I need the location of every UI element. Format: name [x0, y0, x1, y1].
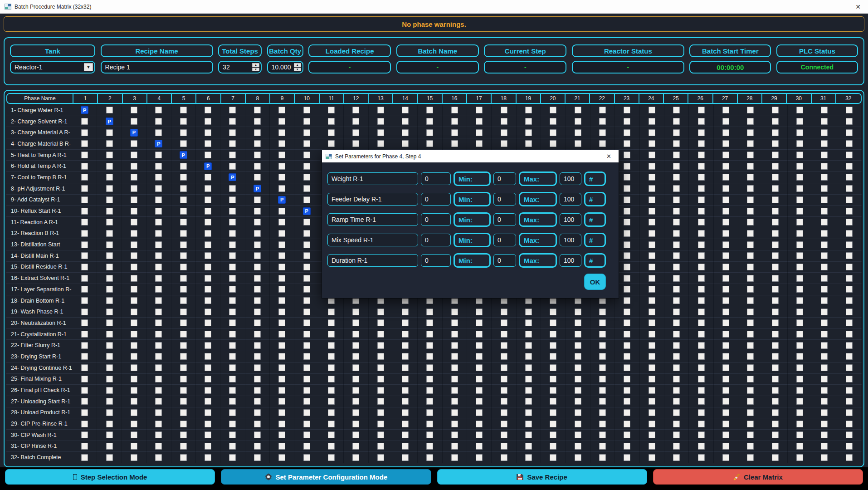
step-checkbox[interactable] [303, 376, 310, 382]
step-checkbox[interactable] [649, 342, 655, 349]
step-checkbox[interactable] [772, 163, 779, 170]
step-checkbox[interactable] [525, 309, 532, 315]
step-checkbox[interactable] [402, 342, 409, 349]
step-checkbox[interactable] [772, 353, 779, 360]
step-checkbox[interactable] [624, 230, 630, 237]
step-checkbox[interactable] [846, 230, 853, 237]
step-checkbox[interactable] [624, 152, 630, 158]
step-checkbox[interactable] [328, 454, 335, 461]
step-checkbox[interactable] [426, 309, 433, 315]
step-checkbox[interactable] [155, 230, 162, 237]
step-checkbox[interactable] [575, 297, 581, 304]
step-checkbox[interactable] [229, 275, 236, 282]
step-checkbox[interactable] [772, 107, 779, 113]
step-checkbox[interactable] [649, 286, 655, 293]
step-checkbox[interactable] [254, 174, 261, 181]
step-checkbox[interactable] [624, 376, 630, 382]
step-checkbox[interactable] [796, 252, 803, 259]
step-checkbox[interactable] [846, 342, 853, 349]
step-checkbox[interactable] [254, 364, 261, 371]
step-checkbox[interactable] [303, 431, 310, 438]
step-checkbox[interactable] [377, 421, 384, 427]
step-checkbox[interactable] [426, 118, 433, 125]
step-checkbox[interactable] [402, 376, 409, 382]
step-checkbox[interactable] [747, 297, 754, 304]
step-checkbox[interactable] [328, 421, 335, 427]
step-checkbox[interactable] [599, 409, 606, 416]
step-checkbox[interactable] [254, 297, 261, 304]
step-checkbox[interactable] [131, 364, 137, 371]
step-checkbox[interactable] [550, 319, 556, 326]
step-checkbox[interactable] [575, 387, 581, 394]
step-checkbox[interactable] [747, 364, 754, 371]
step-checkbox[interactable] [476, 342, 483, 349]
step-checkbox[interactable] [402, 309, 409, 315]
step-checkbox[interactable] [772, 252, 779, 259]
step-checkbox[interactable] [673, 431, 680, 438]
step-checkbox[interactable] [106, 219, 113, 225]
step-checkbox[interactable] [501, 376, 507, 382]
step-checkbox[interactable] [106, 364, 113, 371]
param-name-input[interactable]: Ramp Time R-1 [327, 213, 418, 226]
step-checkbox[interactable] [352, 454, 359, 461]
step-checkbox[interactable] [846, 107, 853, 113]
param-name-input[interactable]: Duration R-1 [327, 254, 418, 267]
step-checkbox[interactable] [476, 454, 483, 461]
step-checkbox[interactable] [229, 443, 236, 450]
step-checkbox[interactable] [846, 118, 853, 125]
step-checkbox[interactable] [525, 118, 532, 125]
step-checkbox[interactable] [81, 163, 88, 170]
step-checkbox[interactable] [796, 443, 803, 450]
step-checkbox[interactable] [131, 387, 137, 394]
step-checkbox[interactable] [303, 163, 310, 170]
step-checkbox[interactable] [747, 275, 754, 282]
step-checkbox[interactable] [747, 376, 754, 382]
step-checkbox[interactable] [254, 376, 261, 382]
step-checkbox[interactable] [476, 421, 483, 427]
step-checkbox[interactable] [131, 230, 137, 237]
step-checkbox[interactable] [254, 241, 261, 248]
step-checkbox[interactable] [254, 196, 261, 203]
step-checkbox[interactable] [180, 319, 187, 326]
step-checkbox[interactable] [550, 398, 556, 405]
step-checkbox[interactable] [599, 140, 606, 147]
step-checkbox[interactable] [698, 319, 705, 326]
step-checkbox[interactable] [303, 398, 310, 405]
step-checkbox[interactable] [599, 387, 606, 394]
step-checkbox[interactable] [821, 331, 828, 338]
step-checkbox[interactable] [155, 309, 162, 315]
step-checkbox[interactable] [377, 353, 384, 360]
step-checkbox[interactable] [180, 364, 187, 371]
step-checkbox[interactable] [722, 129, 729, 136]
param-value-input[interactable]: 0 [421, 213, 451, 226]
step-checkbox[interactable] [328, 443, 335, 450]
step-checkbox[interactable] [747, 353, 754, 360]
step-checkbox[interactable] [501, 431, 507, 438]
step-checkbox[interactable] [254, 387, 261, 394]
step-checkbox[interactable] [81, 353, 88, 360]
step-checkbox[interactable] [501, 387, 507, 394]
step-checkbox[interactable] [205, 309, 211, 315]
step-checkbox[interactable] [81, 185, 88, 192]
parameter-marker[interactable]: P [303, 207, 311, 215]
unit-button[interactable]: # [584, 212, 606, 227]
step-checkbox[interactable] [846, 454, 853, 461]
step-checkbox[interactable] [205, 208, 211, 215]
step-checkbox[interactable] [821, 342, 828, 349]
step-checkbox[interactable] [722, 174, 729, 181]
step-checkbox[interactable] [550, 118, 556, 125]
step-checkbox[interactable] [747, 107, 754, 113]
step-checkbox[interactable] [81, 454, 88, 461]
step-checkbox[interactable] [575, 376, 581, 382]
step-checkbox[interactable] [796, 196, 803, 203]
step-checkbox[interactable] [81, 264, 88, 270]
step-checkbox[interactable] [550, 409, 556, 416]
step-checkbox[interactable] [352, 342, 359, 349]
step-checkbox[interactable] [106, 264, 113, 270]
step-checkbox[interactable] [106, 163, 113, 170]
step-checkbox[interactable] [205, 196, 211, 203]
step-checkbox[interactable] [722, 264, 729, 270]
step-checkbox[interactable] [180, 241, 187, 248]
step-checkbox[interactable] [205, 118, 211, 125]
step-checkbox[interactable] [550, 421, 556, 427]
